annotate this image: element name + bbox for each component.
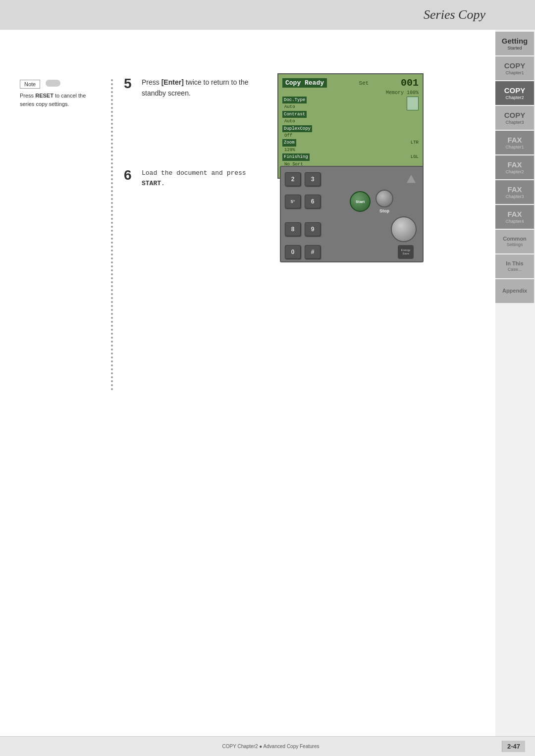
key-6[interactable]: 6 — [305, 195, 321, 208]
tab-common-main: Common — [503, 236, 527, 242]
tab-fax1-sub: Chapter1 — [505, 145, 524, 150]
page-footer: COPY Chapter2 ● Advanced Copy Features 2… — [0, 736, 535, 756]
lcd-finishing-label: Finishing — [282, 153, 310, 160]
key-hash[interactable]: # — [305, 245, 321, 259]
tab-copy1-sub: Chapter1 — [505, 70, 524, 76]
sidebar-tab-copy3[interactable]: COPY Chapter3 — [495, 106, 534, 130]
lcd-container: Copy Ready Set 001 Memory 100% Doc.Type … — [277, 73, 424, 179]
energy-save-label: EnergySave — [401, 249, 410, 255]
step6: 6 Load the document and press START. — [124, 168, 263, 189]
lcd-contrast-label: Contrast — [282, 111, 307, 118]
tab-common-sub: Settings — [507, 242, 523, 248]
tab-copy3-main: COPY — [504, 111, 526, 120]
tab-fax1-main: FAX — [507, 136, 522, 145]
sidebar-tab-copy2[interactable]: COPY Chapter2 — [495, 81, 534, 105]
lcd-screen: Copy Ready Set 001 Memory 100% Doc.Type … — [277, 73, 424, 179]
note-label: Note — [20, 80, 40, 89]
sidebar-tab-appendix[interactable]: Appendix — [495, 279, 534, 303]
keypad-row1: 2 3 — [285, 172, 419, 187]
tab-fax4-sub: Chapter4 — [505, 219, 524, 224]
tab-copy2-sub: Chapter2 — [505, 95, 524, 101]
note-box: Note Press RESET to cancel the series co… — [20, 79, 99, 108]
sidebar-tab-common[interactable]: Common Settings — [495, 230, 534, 253]
main-content: Note Press RESET to cancel the series co… — [0, 30, 495, 736]
lcd-set-value: 001 — [401, 77, 419, 89]
tab-fax3-sub: Chapter3 — [505, 194, 524, 200]
lcd-memory-value: 100% — [407, 90, 419, 96]
lcd-zoom-value: 129% — [282, 148, 295, 152]
sidebar-tab-copy1[interactable]: COPY Chapter1 — [495, 56, 534, 80]
sidebar-tab-fax1[interactable]: FAX Chapter1 — [495, 131, 534, 154]
lcd-duplex-label: DuplexCopy — [282, 125, 312, 132]
tab-copy3-sub: Chapter3 — [505, 120, 524, 125]
keypad-row4: 0 # EnergySave — [285, 245, 419, 259]
keypad-row3: 8 9 — [285, 216, 419, 242]
page-header: Series Copy — [0, 0, 535, 30]
tab-fax3-main: FAX — [507, 185, 522, 194]
dotted-divider — [109, 79, 115, 706]
lcd-memory-label: Memory — [386, 90, 404, 96]
main-dial[interactable] — [391, 216, 417, 242]
lcd-contrast-value: Auto — [282, 119, 295, 124]
lcd-doctype-value: Auto — [282, 104, 295, 109]
energy-save-button[interactable]: EnergySave — [398, 245, 414, 259]
sidebar-tab-fax3[interactable]: FAX Chapter3 — [495, 180, 534, 204]
lcd-doctype-label: Doc.Type — [282, 97, 307, 103]
lcd-zoom-label: Zoom — [282, 139, 296, 146]
footer-text: COPY Chapter2 ● Advanced Copy Features — [0, 744, 502, 749]
step5-number: 5 — [124, 77, 132, 91]
tab-getting-started-sub: Started — [507, 46, 522, 51]
stop-label: Stop — [379, 208, 389, 213]
tab-fax4-main: FAX — [507, 210, 522, 219]
sidebar-tab-inthis[interactable]: In This Case... — [495, 254, 534, 278]
sidebar-tab-fax4[interactable]: FAX Chapter4 — [495, 205, 534, 229]
footer-page-number: 2-47 — [502, 741, 525, 752]
tab-getting-started-main: Getting — [502, 37, 528, 46]
page-title: Series Copy — [424, 7, 485, 22]
tab-appendix-main: Appendix — [502, 288, 527, 294]
lcd-memory-row: Memory 100% — [282, 90, 419, 96]
step5-text: Press [Enter] twice to return to the sta… — [142, 77, 263, 99]
stop-dial — [375, 190, 393, 207]
note-text: Press RESET to cancel the series copy se… — [20, 92, 99, 108]
tab-inthis-sub: Case... — [508, 267, 522, 272]
start-button[interactable]: Start — [350, 191, 371, 212]
key-2[interactable]: 2 — [285, 172, 301, 186]
step6-text: Load the document and press START. — [142, 168, 263, 189]
key-0[interactable]: 0 — [285, 245, 301, 259]
tab-fax2-sub: Chapter2 — [505, 169, 524, 175]
svg-marker-0 — [406, 174, 416, 183]
lcd-paper-placeholder — [407, 97, 419, 110]
keypad-panel: 2 3 5° 6 Start Stop — [280, 166, 424, 262]
key-5[interactable]: 5° — [285, 195, 301, 208]
step5: 5 Press [Enter] twice to return to the s… — [124, 77, 263, 99]
lcd-copy-ready-label: Copy Ready — [282, 78, 327, 88]
tab-copy1-main: COPY — [504, 61, 526, 70]
right-sidebar: Getting Started COPY Chapter1 COPY Chapt… — [495, 30, 535, 736]
sidebar-tab-getting-started[interactable]: Getting Started — [495, 32, 534, 55]
keypad-row2: 5° 6 Start Stop — [285, 190, 419, 213]
lcd-duplex-value: Off — [282, 133, 292, 138]
tab-fax2-main: FAX — [507, 160, 522, 169]
lcd-ltr-value: LTR — [411, 139, 419, 153]
sidebar-tab-fax2[interactable]: FAX Chapter2 — [495, 155, 534, 179]
key-9[interactable]: 9 — [305, 222, 321, 236]
lcd-set-label: Set — [359, 80, 369, 86]
tab-copy2-main: COPY — [504, 86, 526, 95]
nav-arrow-icon — [404, 172, 419, 187]
tab-inthis-main: In This — [506, 260, 523, 267]
step6-number: 6 — [124, 168, 132, 182]
key-3[interactable]: 3 — [305, 172, 321, 186]
key-8[interactable]: 8 — [285, 222, 301, 236]
